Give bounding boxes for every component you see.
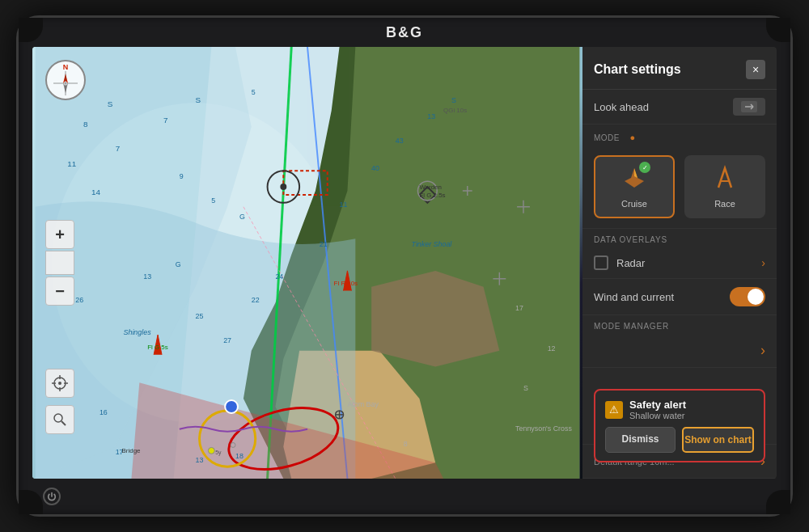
cruise-mode-button[interactable]: ✓ Cruise	[594, 155, 675, 218]
look-ahead-row: Look ahead	[582, 90, 777, 125]
look-ahead-label: Look ahead	[594, 101, 649, 113]
alert-text-block: Safety alert Shallow water	[629, 399, 686, 420]
radar-row[interactable]: Radar ›	[582, 247, 777, 279]
close-button[interactable]: ×	[746, 60, 765, 79]
alert-subtitle: Shallow water	[629, 411, 686, 420]
mode-selected-check: ✓	[639, 162, 650, 173]
alert-buttons: Dismiss Show on chart	[605, 427, 754, 453]
cruise-icon-wrapper: ✓	[621, 165, 647, 194]
bottom-bar	[19, 479, 790, 514]
mode-icons-container: ✓ Cruise Race	[582, 146, 777, 229]
screen-area: 8 S 11 14 7 7 S 5 9 5 G G 13 25 27 22 24…	[32, 47, 777, 479]
mode-label-text: MODE	[594, 133, 620, 142]
radar-checkbox[interactable]	[594, 255, 608, 270]
map-area[interactable]: 8 S 11 14 7 7 S 5 9 5 G G 13 25 27 22 24…	[32, 47, 582, 479]
data-overlays-label: DATA OVERLAYS	[582, 229, 777, 247]
cruise-mode-label: Cruise	[621, 199, 647, 209]
radar-chevron-icon: ›	[761, 256, 765, 269]
radar-label: Radar	[616, 257, 645, 269]
radar-row-left: Radar	[594, 255, 645, 270]
race-mode-button[interactable]: Race	[684, 155, 765, 218]
mode-manager-section-label: MODE MANAGER	[582, 315, 777, 334]
svg-line-78	[61, 421, 66, 425]
svg-point-77	[54, 414, 62, 422]
panel-title: Chart settings	[594, 62, 681, 77]
compass-rose: N	[45, 60, 86, 100]
mode-manager-text: MODE MANAGER	[594, 322, 669, 331]
alert-title: Safety alert	[629, 399, 686, 411]
race-icon-wrapper	[712, 165, 738, 194]
wind-current-label: Wind and current	[594, 291, 674, 303]
wind-current-toggle[interactable]	[730, 287, 765, 306]
power-button[interactable]	[43, 488, 61, 505]
settings-panel: Chart settings × Look ahead	[582, 47, 777, 479]
zoom-slider	[45, 251, 74, 275]
top-bar: B&G	[19, 18, 790, 47]
search-button[interactable]	[45, 405, 74, 434]
svg-point-72	[58, 382, 61, 385]
zoom-in-button[interactable]: +	[45, 220, 74, 249]
mode-section-label: MODE ●	[582, 125, 777, 146]
zoom-out-button[interactable]: −	[45, 277, 74, 306]
safety-alert: ⚠ Safety alert Shallow water Dismiss Sho…	[594, 389, 765, 462]
show-on-chart-button[interactable]: Show on chart	[682, 427, 754, 453]
target-button[interactable]	[45, 369, 74, 398]
dismiss-button[interactable]: Dismiss	[605, 427, 676, 453]
data-overlays-text: DATA OVERLAYS	[594, 235, 667, 244]
zoom-controls: + −	[45, 220, 74, 306]
panel-header: Chart settings ×	[582, 47, 777, 90]
brand-logo: B&G	[386, 24, 423, 41]
wind-current-row: Wind and current	[582, 279, 777, 315]
mode-manager-row[interactable]: ›	[582, 334, 777, 368]
map-background	[32, 47, 582, 479]
compass-north: N	[53, 63, 78, 71]
mode-manager-chevron-icon: ›	[760, 342, 765, 359]
alert-warning-icon: ⚠	[605, 401, 623, 419]
alert-header: ⚠ Safety alert Shallow water	[605, 399, 754, 420]
race-mode-label: Race	[714, 199, 735, 209]
device-frame: B&G	[16, 15, 793, 517]
